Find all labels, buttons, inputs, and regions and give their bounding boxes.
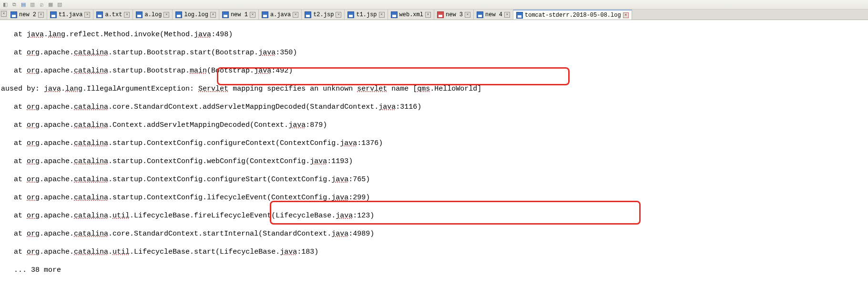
toolbar-icon[interactable]: ⎚ [38, 1, 45, 9]
log-line: at org.apache.catalina.core.StandardCont… [1, 229, 868, 238]
save-icon [50, 11, 57, 18]
close-all-icon[interactable]: × [1, 11, 7, 17]
close-icon[interactable]: × [465, 12, 470, 18]
close-icon[interactable]: × [38, 12, 44, 18]
main-toolbar: ◧ ⧉ ▤ ▥ ⎚ ▦ ▧ [0, 0, 868, 10]
close-icon[interactable]: × [504, 12, 510, 18]
file-tab[interactable]: new 4× [474, 10, 513, 20]
tab-label: new 4 [485, 11, 502, 18]
log-line: ... 38 more [1, 266, 868, 275]
tab-label: t2.jsp [313, 11, 334, 18]
toolbar-icon[interactable]: ▦ [47, 1, 54, 9]
tab-label: log.log [184, 11, 208, 18]
log-line: at java.lang.reflect.Method.invoke(Metho… [1, 30, 868, 39]
file-tab[interactable]: new 2× [8, 10, 47, 20]
file-tab[interactable]: web.xml× [388, 10, 434, 20]
log-line: at org.apache.catalina.Context.addServle… [1, 121, 868, 130]
tab-label: a.txt [105, 11, 122, 18]
tab-label: new 3 [446, 11, 463, 18]
log-line: at org.apache.catalina.startup.ContextCo… [1, 139, 868, 148]
save-icon [10, 11, 17, 18]
save-icon [516, 12, 523, 19]
file-tab[interactable]: log.log× [173, 10, 219, 20]
file-tab[interactable]: tomcat-stderr.2018-05-08.log× [513, 10, 632, 20]
tab-label: tomcat-stderr.2018-05-08.log [525, 12, 621, 19]
close-icon[interactable]: × [293, 12, 298, 18]
close-icon[interactable]: × [124, 12, 130, 18]
tab-bar: × new 2×t1.java×a.txt×a.log×log.log×new … [0, 10, 868, 20]
toolbar-icon[interactable]: ▤ [20, 1, 27, 9]
toolbar-icon[interactable]: ⧉ [10, 1, 18, 9]
close-icon[interactable]: × [210, 12, 216, 18]
file-tab[interactable]: a.java× [259, 10, 302, 20]
toolbar-icon[interactable]: ◧ [1, 1, 9, 9]
close-icon[interactable]: × [336, 12, 341, 18]
log-line: at org.apache.catalina.startup.ContextCo… [1, 175, 868, 184]
log-line: at org.apache.catalina.startup.ContextCo… [1, 157, 868, 166]
close-icon[interactable]: × [425, 12, 431, 18]
file-tab[interactable]: t2.jsp× [302, 10, 345, 20]
tab-label: t1.java [59, 11, 82, 18]
tab-label: new 1 [231, 11, 248, 18]
save-icon [347, 11, 354, 18]
file-tab[interactable]: t1.jsp× [345, 10, 388, 20]
tab-label: a.java [270, 11, 291, 18]
save-icon [96, 11, 103, 18]
file-tab[interactable]: new 1× [219, 10, 259, 20]
close-icon[interactable]: × [163, 12, 169, 18]
toolbar-icon[interactable]: ▧ [56, 1, 63, 9]
save-icon [175, 11, 182, 18]
tab-label: new 2 [19, 11, 36, 18]
close-icon[interactable]: × [379, 12, 385, 18]
save-icon [391, 11, 398, 18]
log-line: at org.apache.catalina.startup.Bootstrap… [1, 66, 868, 75]
close-icon[interactable]: × [623, 12, 629, 18]
file-tab[interactable]: a.log× [133, 10, 173, 20]
file-tab[interactable]: a.txt× [93, 10, 133, 20]
save-icon [305, 11, 311, 18]
save-icon [437, 11, 444, 18]
log-line: at org.apache.catalina.util.LifecycleBas… [1, 211, 868, 220]
tab-label: a.log [144, 11, 162, 18]
log-editor[interactable]: at java.lang.reflect.Method.invoke(Metho… [0, 20, 868, 288]
close-icon[interactable]: × [84, 12, 90, 18]
save-icon [262, 11, 268, 18]
tab-label: web.xml [399, 11, 423, 18]
log-line: at org.apache.catalina.core.StandardCont… [1, 103, 868, 112]
tab-label: t1.jsp [356, 11, 377, 18]
file-tab[interactable]: t1.java× [47, 10, 93, 20]
log-line: aused by: java.lang.IllegalArgumentExcep… [1, 84, 868, 93]
save-icon [136, 11, 143, 18]
log-line: at org.apache.catalina.startup.ContextCo… [1, 193, 868, 202]
close-icon[interactable]: × [250, 12, 255, 18]
toolbar-icon[interactable]: ▥ [29, 1, 36, 9]
log-line: at org.apache.catalina.util.LifecycleBas… [1, 247, 868, 257]
log-line: at org.apache.catalina.startup.Bootstrap… [1, 48, 868, 57]
save-icon [222, 11, 229, 18]
file-tab[interactable]: new 3× [434, 10, 474, 20]
save-icon [477, 11, 483, 18]
